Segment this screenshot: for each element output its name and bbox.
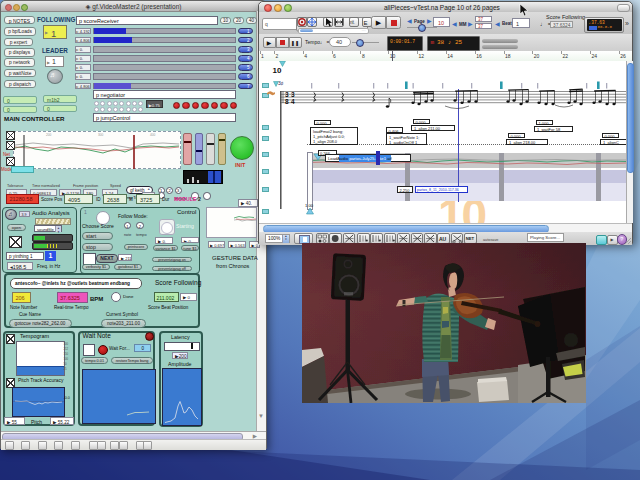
svg-text:200: 200: [46, 133, 52, 137]
svg-text:400: 400: [150, 133, 156, 137]
svg-text:4: 4: [291, 98, 295, 105]
svg-text:300: 300: [98, 133, 104, 137]
svg-text:rit.: rit.: [350, 20, 355, 25]
svg-text:8: 8: [285, 98, 289, 105]
svg-text:E: E: [364, 20, 368, 26]
